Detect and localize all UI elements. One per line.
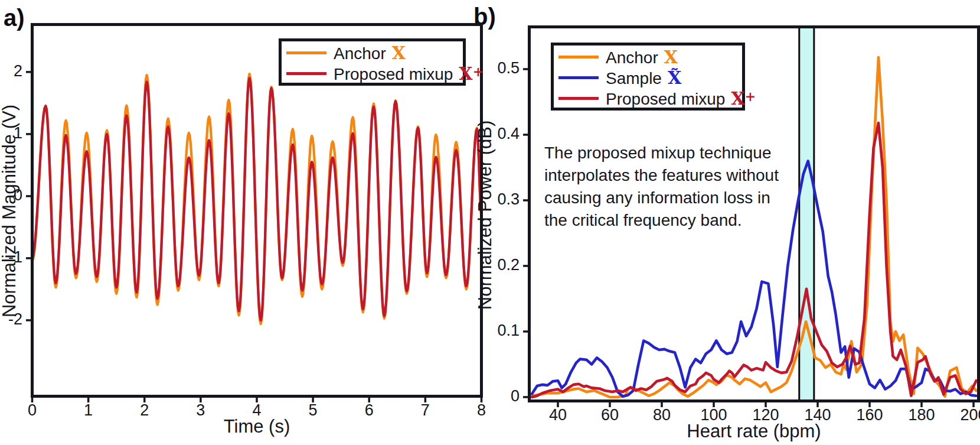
svg-a-x-tick-label: 7 (407, 401, 443, 420)
svg-a-x-tick-label: 1 (71, 401, 106, 420)
legend-entry-anchor: AnchorX (286, 43, 457, 63)
legend-label-sample: SampleX̃ (606, 67, 681, 88)
legend-label-mixup: Proposed mixupX+ (334, 63, 484, 84)
legend-entry-anchor: AnchorX (558, 47, 736, 67)
panel-b-y-axis-title: Normalized Power (dB) (475, 50, 496, 381)
legend-label-anchor: AnchorX (334, 43, 406, 63)
annotation-text: The proposed mixup technique interpolate… (544, 142, 816, 232)
panel-b-x-axis-title: Heart rate (bpm) (659, 421, 848, 442)
svg-b-x-tick-label: 200 (956, 406, 980, 424)
proposed-mixup-x--curve (32, 78, 482, 320)
svg-b-x-tick-label: 180 (904, 406, 939, 424)
panel-b-legend: AnchorX SampleX̃ Proposed mixupX+ (551, 43, 745, 111)
svg-a-x-tick-label: 2 (127, 401, 162, 420)
svg-a-x-tick-label: 6 (351, 401, 387, 420)
figure-canvas: a) b) 012345678210-1-2 Time (s) Normaliz… (0, 0, 980, 445)
panel-a-x-axis-title: Time (s) (168, 416, 345, 437)
annotation-line-4: the critical frequency band. (544, 209, 816, 232)
annotation-line-2: interpolates the features without (544, 164, 816, 187)
legend-label-mixup: Proposed mixupX+ (606, 88, 756, 109)
mixup-line-sample (286, 72, 326, 75)
annotation-line-3: causing any information loss in (544, 187, 816, 209)
legend-entry-mixup: Proposed mixupX+ (286, 63, 457, 84)
svg-b-x-tick-label: 60 (592, 406, 628, 424)
panel-a-legend: AnchorX Proposed mixupX+ (279, 38, 466, 86)
svg-b-x-tick-label: 160 (852, 406, 887, 424)
anchor-line-sample (558, 56, 599, 59)
mixup-x-plus-symbol: X+ (731, 88, 756, 109)
anchor-line-sample (286, 51, 326, 54)
svg-b-x-tick-label: 40 (540, 406, 576, 424)
svg-a-x-tick-label: 0 (15, 401, 50, 420)
legend-entry-sample: SampleX̃ (558, 67, 736, 88)
sample-line-sample (558, 76, 599, 79)
mixup-line-sample (558, 97, 599, 100)
anchor-x-symbol: X (392, 43, 406, 63)
sample-x-tilde-symbol: X̃ (668, 67, 681, 88)
annotation-line-1: The proposed mixup technique (544, 142, 816, 164)
legend-label-anchor: AnchorX (606, 47, 678, 67)
svg-b-y-tick-label: 0 (484, 387, 520, 405)
panel-a-y-axis-title: Normalized Magnitude (V) (0, 28, 20, 394)
anchor-x-symbol: X (664, 47, 678, 67)
legend-entry-mixup: Proposed mixupX+ (558, 88, 736, 109)
